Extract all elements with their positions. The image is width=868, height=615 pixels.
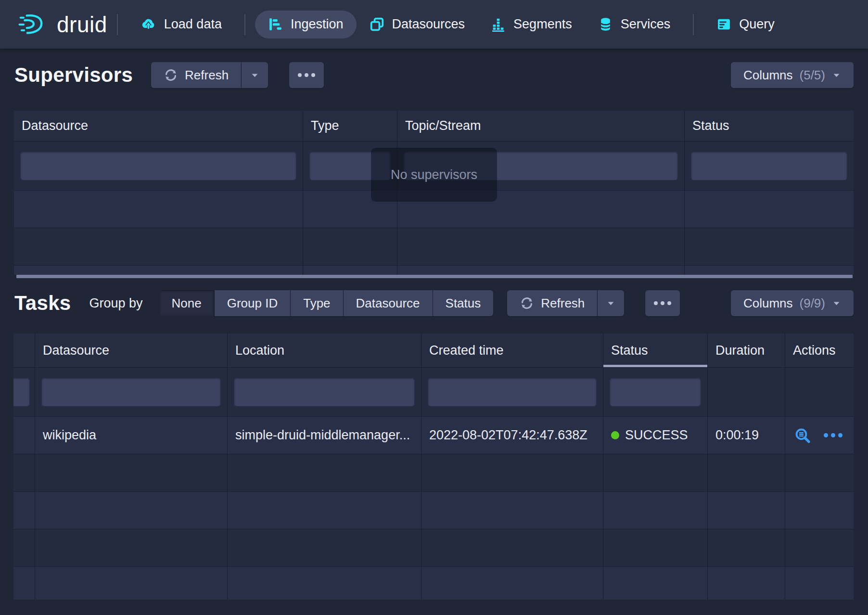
empty-table-row	[14, 228, 854, 265]
supervisors-refresh-button[interactable]: Refresh	[151, 62, 241, 88]
supervisors-columns-button[interactable]: Columns (5/5)	[731, 62, 854, 88]
tasks-filter-row	[13, 367, 854, 416]
magnifier-details-icon	[794, 427, 811, 444]
supervisors-more-button[interactable]	[289, 62, 324, 88]
chevron-down-icon	[832, 299, 841, 308]
supervisors-filter-status[interactable]	[691, 152, 847, 180]
column-header-location[interactable]: Location	[228, 333, 421, 367]
segments-icon	[491, 17, 506, 32]
group-by-group-id-button[interactable]: Group ID	[215, 290, 291, 316]
task-row-wikipedia[interactable]: wikipedia simple-druid-middlemanager... …	[13, 416, 854, 454]
chevron-down-icon	[832, 71, 841, 80]
no-supervisors-message: No supervisors	[391, 167, 477, 182]
supervisors-filter-datasource[interactable]	[20, 152, 296, 180]
tasks-refresh-button[interactable]: Refresh	[507, 290, 597, 316]
empty-table-row	[13, 454, 854, 491]
task-created-time: 2022-08-02T07:42:47.638Z	[421, 417, 603, 454]
columns-label: Columns	[743, 296, 793, 311]
services-icon	[598, 17, 613, 32]
group-by-datasource-button[interactable]: Datasource	[344, 290, 433, 316]
column-header-type[interactable]: Type	[303, 111, 397, 141]
tasks-more-button[interactable]	[645, 290, 680, 316]
refresh-label: Refresh	[541, 296, 585, 311]
column-header-datasource[interactable]: Datasource	[35, 333, 228, 367]
group-by-status-button[interactable]: Status	[433, 290, 494, 316]
tasks-header-row: Datasource Location Created time Status …	[13, 333, 854, 367]
task-actions-cell	[785, 417, 854, 454]
columns-count: (5/5)	[800, 68, 825, 83]
druid-logo[interactable]: druid	[18, 12, 107, 38]
supervisors-refresh-split: Refresh	[151, 62, 268, 88]
column-header-status[interactable]: Status	[685, 111, 854, 141]
columns-label: Columns	[743, 68, 793, 83]
top-navbar: druid Load data Ingestion Datasources	[0, 0, 868, 49]
tasks-filter-created-time[interactable]	[428, 378, 597, 407]
navbar-divider	[693, 14, 694, 35]
task-status: SUCCESS	[625, 428, 688, 443]
task-duration: 0:00:19	[708, 417, 785, 454]
task-status-cell: SUCCESS	[603, 417, 708, 454]
column-header-actions[interactable]: Actions	[785, 333, 854, 367]
task-details-button[interactable]	[794, 427, 811, 444]
tasks-title: Tasks	[14, 292, 71, 315]
nav-load-data[interactable]: Load data	[128, 11, 235, 38]
upload-icon	[140, 16, 156, 32]
empty-table-row	[14, 265, 854, 275]
supervisors-title: Supervisors	[14, 64, 133, 87]
column-header-datasource[interactable]: Datasource	[14, 111, 303, 141]
column-header-created-time[interactable]: Created time	[421, 333, 603, 367]
more-icon	[824, 433, 842, 437]
tasks-filter-datasource[interactable]	[41, 378, 221, 407]
brand-name: druid	[57, 12, 107, 38]
tasks-columns-button[interactable]: Columns (9/9)	[731, 290, 854, 316]
tasks-filter-gutter[interactable]	[13, 378, 30, 407]
refresh-icon	[164, 68, 178, 82]
supervisors-table: Datasource Type Topic/Stream Status No s…	[14, 111, 854, 275]
query-icon	[716, 17, 731, 32]
chevron-down-icon	[250, 71, 259, 80]
group-by-segmented-control: None Group ID Type Datasource Status	[159, 290, 494, 316]
nav-item-label: Query	[739, 17, 775, 32]
nav-query[interactable]: Query	[703, 11, 788, 38]
navbar-divider	[244, 14, 245, 35]
group-by-type-button[interactable]: Type	[291, 290, 343, 316]
column-header-status[interactable]: Status	[603, 333, 708, 367]
tasks-filter-status[interactable]	[610, 378, 701, 407]
column-header-topic-stream[interactable]: Topic/Stream	[397, 111, 685, 141]
refresh-label: Refresh	[185, 68, 229, 83]
datasources-icon	[370, 17, 384, 32]
nav-segments[interactable]: Segments	[478, 11, 585, 38]
more-icon	[654, 301, 671, 305]
tasks-filter-location[interactable]	[234, 378, 415, 407]
nav-datasources[interactable]: Datasources	[357, 11, 478, 38]
supervisors-horizontal-scrollbar[interactable]	[16, 275, 853, 278]
ingestion-icon	[268, 17, 283, 32]
druid-logo-icon	[18, 13, 50, 36]
empty-table-row	[13, 566, 854, 600]
nav-services[interactable]: Services	[585, 11, 684, 38]
group-by-label: Group by	[89, 296, 142, 311]
nav-item-label: Services	[621, 17, 671, 32]
tasks-toolbar: Tasks Group by None Group ID Type Dataso…	[0, 290, 868, 316]
supervisors-header-row: Datasource Type Topic/Stream Status	[14, 111, 854, 141]
column-header-duration[interactable]: Duration	[708, 333, 785, 367]
refresh-icon	[520, 296, 534, 310]
success-status-dot	[611, 431, 619, 439]
column-header-gutter	[13, 333, 35, 367]
empty-table-row	[13, 491, 854, 529]
task-datasource: wikipedia	[35, 417, 228, 454]
nav-ingestion[interactable]: Ingestion	[255, 11, 357, 38]
group-by-none-button[interactable]: None	[159, 290, 215, 316]
task-more-actions-button[interactable]	[824, 433, 842, 437]
nav-item-label: Datasources	[392, 17, 465, 32]
nav-item-label: Load data	[164, 17, 222, 32]
columns-count: (9/9)	[800, 296, 825, 311]
supervisors-toolbar: Supervisors Refresh Columns	[0, 62, 868, 88]
tasks-refresh-caret-button[interactable]	[597, 290, 624, 316]
nav-item-label: Segments	[513, 17, 572, 32]
supervisors-refresh-caret-button[interactable]	[241, 62, 268, 88]
sort-indicator	[603, 365, 707, 367]
empty-table-row	[13, 529, 854, 566]
chevron-down-icon	[606, 299, 615, 308]
column-header-status-label: Status	[611, 343, 648, 358]
